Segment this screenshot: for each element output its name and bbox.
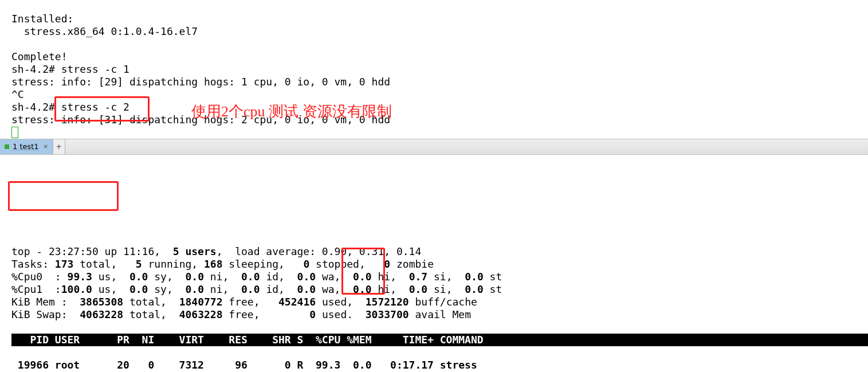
process-header: PID USER PR NI VIRT RES SHR S %CPU %MEM …	[11, 334, 868, 346]
stress-output: stress: info: [29] dispatching hogs: 1 c…	[11, 76, 390, 88]
close-icon[interactable]: ×	[42, 143, 49, 150]
terminal-lower: top - 23:27:50 up 11:16, 5 users, load a…	[0, 155, 868, 372]
tab-test1[interactable]: 1 test1 ×	[0, 139, 53, 154]
annotation-text: 使用2个cpu 测试 资源没有限制	[191, 104, 392, 119]
terminal-upper: Installed: stress.x86_64 0:1.0.4-16.el7 …	[0, 0, 868, 139]
tab-label: 1 test1	[13, 140, 39, 153]
install-output: Installed:	[11, 13, 73, 25]
status-dot-icon	[5, 144, 9, 149]
table-row: 19966 root 20 0 7312 96 0 R 99.3 0.0 0:1…	[11, 359, 477, 371]
install-output: Complete!	[11, 50, 68, 62]
ctrl-c: ^C	[11, 88, 24, 100]
shell-prompt-line: sh-4.2# stress -c 2	[11, 101, 129, 113]
add-tab-button[interactable]: +	[53, 139, 65, 154]
tab-strip[interactable]: 1 test1 × +	[0, 139, 868, 155]
shell-prompt-line: sh-4.2# stress -c 1	[11, 63, 129, 75]
install-output: stress.x86_64 0:1.0.4-16.el7	[11, 25, 198, 37]
highlight-box-cpu-usage	[8, 181, 119, 211]
plus-icon: +	[56, 140, 62, 153]
terminal-cursor	[11, 127, 18, 138]
